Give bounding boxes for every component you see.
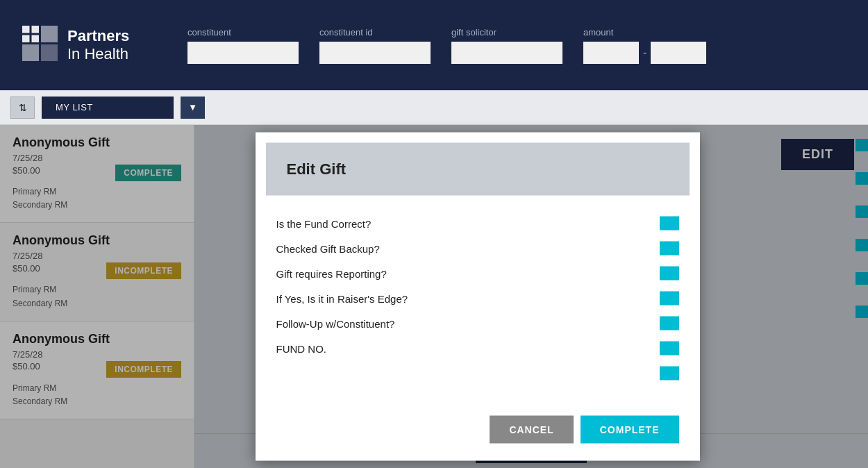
modal-footer: CANCEL COMPLETE — [256, 409, 700, 461]
amount-inputs: - — [583, 42, 706, 64]
logo-text: Partners In Health — [67, 27, 129, 63]
modal-body: Is the Fund Correct? Checked Gift Backup… — [256, 196, 700, 409]
checkbox-2[interactable] — [660, 267, 679, 281]
checklist-label-0: Is the Fund Correct? — [276, 217, 372, 229]
checklist-label-2: Gift requires Reporting? — [276, 267, 387, 279]
checkbox-5[interactable] — [660, 342, 679, 356]
constituent-input[interactable] — [187, 42, 299, 64]
checklist-label-4: Follow-Up w/Constituent? — [276, 317, 395, 329]
constituent-field-group: constituent — [187, 27, 299, 64]
dropdown-button[interactable]: ▼ — [181, 97, 205, 119]
my-list-button[interactable]: MY LIST — [42, 97, 174, 119]
gift-solicitor-field-group: gift solicitor — [451, 27, 562, 64]
edit-gift-modal: Edit Gift Is the Fund Correct? Checked G… — [256, 133, 700, 461]
amount-label: amount — [583, 27, 706, 37]
constituent-id-field-group: constituent id — [319, 27, 431, 64]
checklist-label-3: If Yes, Is it in Raiser's Edge? — [276, 292, 408, 304]
gift-solicitor-input[interactable] — [451, 42, 562, 64]
complete-button[interactable]: COMPLETE — [581, 416, 679, 444]
svg-rect-1 — [41, 26, 58, 42]
gift-solicitor-label: gift solicitor — [451, 27, 562, 37]
checklist-item-0: Is the Fund Correct? — [276, 217, 679, 231]
amount-input-2[interactable] — [651, 42, 706, 64]
checklist-item-2: Gift requires Reporting? — [276, 267, 679, 281]
amount-input-1[interactable] — [583, 42, 639, 64]
amount-field-group: amount - — [583, 27, 706, 64]
cancel-button[interactable]: CANCEL — [490, 416, 573, 444]
svg-rect-2 — [22, 44, 39, 61]
app-header: Partners In Health constituent constitue… — [0, 0, 868, 90]
logo-area: Partners In Health — [21, 24, 160, 66]
chevron-down-icon: ▼ — [188, 102, 197, 112]
constituent-label: constituent — [187, 27, 299, 37]
checkbox-4[interactable] — [660, 317, 679, 331]
header-fields: constituent constituent id gift solicito… — [187, 27, 847, 64]
svg-marker-3 — [41, 44, 58, 61]
modal-header: Edit Gift — [266, 143, 690, 196]
checklist-item-4: Follow-Up w/Constituent? — [276, 317, 679, 331]
checklist-item-3: If Yes, Is it in Raiser's Edge? — [276, 292, 679, 306]
checkbox-6[interactable] — [660, 367, 679, 381]
constituent-id-label: constituent id — [319, 27, 431, 37]
sort-button[interactable]: ⇅ — [10, 97, 35, 119]
checklist-label-5: FUND NO. — [276, 342, 327, 354]
checkbox-3[interactable] — [660, 292, 679, 306]
toolbar: ⇅ MY LIST ▼ — [0, 90, 868, 125]
checkbox-0[interactable] — [660, 217, 679, 231]
checklist-label-1: Checked Gift Backup? — [276, 242, 380, 254]
modal-title: Edit Gift — [287, 160, 669, 178]
main-content: Anonymous Gift 7/25/28 $50.00 COMPLETE P… — [0, 125, 868, 468]
partners-health-logo-icon — [21, 24, 59, 66]
constituent-id-input[interactable] — [319, 42, 431, 64]
checklist-item-1: Checked Gift Backup? — [276, 242, 679, 256]
checklist-item-6 — [276, 367, 679, 381]
amount-dash: - — [643, 47, 646, 59]
checkbox-1[interactable] — [660, 242, 679, 256]
checklist-item-5: FUND NO. — [276, 342, 679, 356]
